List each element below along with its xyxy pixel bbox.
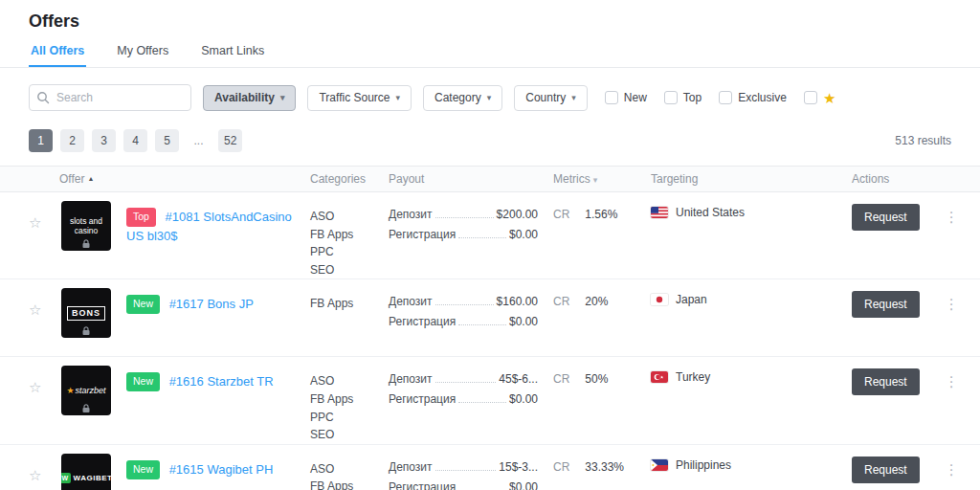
page-button-2[interactable]: 2: [60, 129, 84, 152]
category-filter[interactable]: Category ▾: [423, 85, 502, 111]
category-item: FB Apps: [310, 295, 389, 313]
chevron-down-icon: ▾: [280, 93, 285, 102]
search-icon: [36, 91, 50, 104]
chevron-down-icon: ▾: [395, 93, 400, 102]
country-name: Japan: [676, 293, 707, 306]
table-row: ☆ ★starzbet New #1616 Starzbet TR ASO FB…: [0, 357, 980, 444]
favorites-checkbox-group[interactable]: ★: [804, 91, 835, 105]
traffic-source-label: Traffic Source: [319, 91, 390, 104]
philippines-flag-icon: [651, 459, 668, 471]
kebab-menu-icon[interactable]: ⋮: [945, 209, 959, 226]
page-button-4[interactable]: 4: [123, 129, 147, 152]
favorite-toggle-icon[interactable]: ☆: [29, 279, 61, 319]
search-input[interactable]: [29, 84, 191, 111]
filter-bar: Availability ▾ Traffic Source ▾ Category…: [0, 68, 980, 123]
category-item: ASO: [310, 460, 389, 479]
metric-value: 20%: [585, 295, 608, 308]
new-badge: New: [126, 460, 160, 479]
favorite-star-icon: ★: [823, 91, 835, 105]
favorite-toggle-icon[interactable]: ☆: [29, 192, 61, 232]
favorites-checkbox[interactable]: [804, 91, 817, 104]
offer-cell: New #1615 Wagibet PH: [122, 445, 310, 479]
page-button-52[interactable]: 52: [218, 129, 242, 152]
offer-link[interactable]: #1616 Starzbet TR: [169, 374, 274, 389]
request-button[interactable]: Request: [852, 368, 920, 395]
page-button-5[interactable]: 5: [155, 129, 179, 152]
request-button[interactable]: Request: [852, 291, 920, 318]
logo-text: slots and casino: [64, 216, 108, 235]
column-header-actions: Actions: [852, 172, 957, 186]
favorite-toggle-icon[interactable]: ☆: [29, 357, 61, 396]
payout-value: $200.00: [497, 208, 538, 221]
top-badge: Top: [126, 208, 156, 227]
column-header-categories: Categories: [310, 172, 389, 186]
categories-cell: ASO FB Apps PPC Push Schemes: [310, 445, 389, 490]
payout-label: Регистрация: [389, 480, 456, 490]
slotsandcasino-logo: slots and casino: [61, 201, 111, 251]
metric-label: CR: [553, 460, 569, 474]
payout-cell: Депозит15$-3... Регистрация$0.00: [389, 445, 553, 490]
turkey-flag-icon: [651, 371, 668, 383]
exclusive-checkbox-group[interactable]: Exclusive: [719, 91, 787, 104]
payout-label: Регистрация: [389, 392, 456, 406]
metric-label: CR: [553, 295, 569, 308]
payout-value: $0.00: [509, 480, 538, 490]
country-filter[interactable]: Country ▾: [514, 85, 588, 111]
traffic-source-filter[interactable]: Traffic Source ▾: [307, 85, 412, 111]
kebab-menu-icon[interactable]: ⋮: [945, 296, 959, 313]
actions-cell: Request ⋮: [852, 192, 959, 231]
targeting-cell: Turkey: [651, 357, 852, 384]
exclusive-checkbox[interactable]: [719, 91, 732, 104]
kebab-menu-icon[interactable]: ⋮: [945, 373, 959, 390]
exclusive-checkbox-label: Exclusive: [738, 91, 787, 104]
sort-asc-icon: ▲: [87, 175, 94, 182]
new-badge: New: [126, 295, 160, 314]
request-button[interactable]: Request: [852, 457, 920, 483]
payout-label: Депозит: [389, 460, 433, 474]
page-button-3[interactable]: 3: [92, 129, 116, 152]
payout-cell: Депозит45$-6... Регистрация$0.00: [389, 357, 553, 412]
top-checkbox-group[interactable]: Top: [664, 91, 702, 104]
metrics-header-label: Metrics: [553, 172, 590, 186]
payout-value: 45$-6...: [499, 372, 538, 386]
top-checkbox[interactable]: [664, 91, 678, 104]
lock-icon: [82, 404, 91, 413]
kebab-menu-icon[interactable]: ⋮: [945, 461, 959, 479]
tab-smart-links[interactable]: Smart Links: [199, 35, 266, 67]
tab-my-offers[interactable]: My Offers: [115, 35, 170, 67]
new-checkbox-label: New: [624, 91, 647, 104]
column-header-metrics[interactable]: Metrics▾: [553, 172, 651, 186]
payout-label: Депозит: [389, 208, 433, 221]
targeting-cell: Philippines: [651, 445, 852, 472]
favorite-toggle-icon[interactable]: ☆: [29, 445, 61, 484]
metrics-cell: CR 20%: [553, 279, 651, 308]
category-item: SEO: [310, 426, 389, 444]
pagination-bar: 1 2 3 4 5 ... 52 513 results: [0, 123, 980, 166]
starzbet-logo: ★starzbet: [61, 366, 111, 415]
request-button[interactable]: Request: [852, 204, 920, 231]
page-title: Offers: [29, 11, 980, 32]
categories-cell: FB Apps: [310, 279, 389, 313]
categories-cell: ASO FB Apps PPC SEO: [310, 357, 389, 443]
availability-filter[interactable]: Availability ▾: [203, 85, 296, 111]
tab-all-offers[interactable]: All Offers: [29, 35, 86, 67]
payout-label: Регистрация: [389, 315, 456, 328]
offer-logo: slots and casino: [61, 192, 122, 251]
page-button-1[interactable]: 1: [29, 129, 53, 152]
tabs-bar: All Offers My Offers Smart Links: [0, 35, 980, 68]
chevron-down-icon: ▾: [487, 93, 492, 102]
metrics-cell: CR 1.56%: [553, 192, 651, 221]
new-checkbox-group[interactable]: New: [605, 91, 647, 104]
payout-value: $0.00: [509, 315, 538, 328]
column-header-targeting: Targeting: [651, 172, 852, 186]
metrics-cell: CR 33.33%: [553, 445, 651, 474]
offer-header-label: Offer: [59, 172, 84, 186]
payout-label: Депозит: [389, 372, 433, 386]
column-header-offer[interactable]: Offer▲: [29, 172, 310, 186]
payout-value: $160.00: [497, 295, 538, 308]
offer-link[interactable]: #1615 Wagibet PH: [169, 462, 274, 477]
targeting-cell: United States: [651, 192, 852, 219]
new-checkbox[interactable]: [605, 91, 618, 104]
column-header-payout: Payout: [389, 172, 553, 186]
offer-link[interactable]: #1617 Bons JP: [169, 297, 254, 311]
